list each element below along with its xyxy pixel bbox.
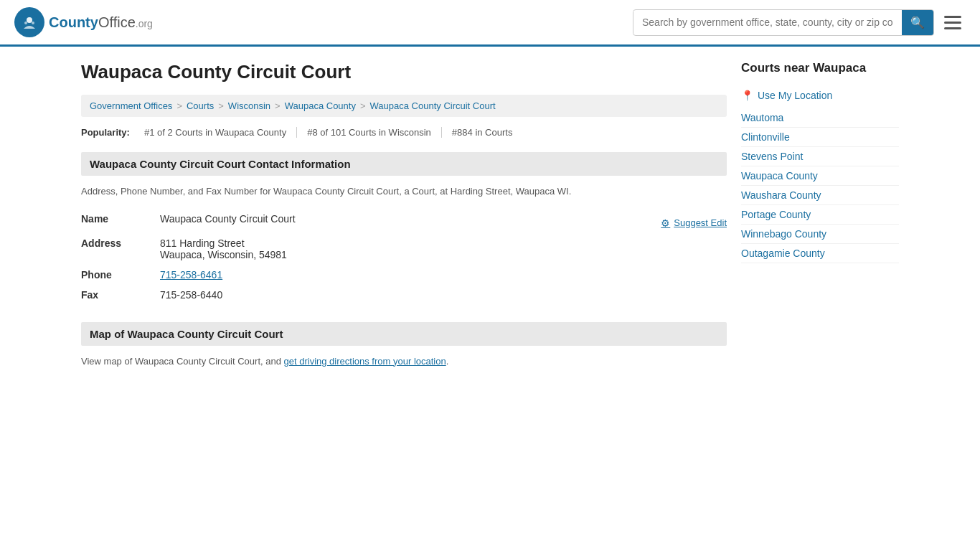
map-section-header: Map of Waupaca County Circuit Court bbox=[81, 322, 727, 346]
popularity-item-3: #884 in Courts bbox=[442, 127, 523, 138]
popularity-item-2: #8 of 101 Courts in Wisconsin bbox=[297, 127, 442, 138]
page-title: Waupaca County Circuit Court bbox=[81, 61, 727, 83]
breadcrumb-sep-2: > bbox=[218, 100, 224, 111]
suggest-edit-button[interactable]: ⚙ Suggest Edit bbox=[661, 217, 727, 229]
suggest-edit-icon: ⚙ bbox=[661, 217, 670, 229]
use-my-location-label: Use My Location bbox=[758, 90, 832, 101]
location-pin-icon: 📍 bbox=[741, 90, 753, 101]
breadcrumb-courts[interactable]: Courts bbox=[187, 100, 214, 111]
breadcrumb-sep-1: > bbox=[176, 100, 182, 111]
menu-bar-3 bbox=[944, 27, 961, 29]
svg-point-2 bbox=[24, 22, 27, 24]
menu-bar-1 bbox=[944, 16, 961, 18]
breadcrumb-waupaca-county[interactable]: Waupaca County bbox=[285, 100, 356, 111]
sidebar-link-outagamie-county[interactable]: Outagamie County bbox=[741, 244, 899, 263]
popularity-label: Popularity: bbox=[81, 127, 130, 138]
menu-button[interactable] bbox=[940, 11, 966, 34]
breadcrumb-current[interactable]: Waupaca County Circuit Court bbox=[370, 100, 496, 111]
phone-value-cell: 715-258-6461 bbox=[160, 265, 727, 285]
sidebar-link-winnebago-county[interactable]: Winnebago County bbox=[741, 225, 899, 244]
svg-point-1 bbox=[27, 17, 32, 23]
contact-section-header: Waupaca County Circuit Court Contact Inf… bbox=[81, 152, 727, 176]
table-row-fax: Fax 715-258-6440 bbox=[81, 285, 727, 305]
breadcrumb: Government Offices > Courts > Wisconsin … bbox=[81, 95, 727, 117]
breadcrumb-government-offices[interactable]: Government Offices bbox=[90, 100, 172, 111]
table-row-phone: Phone 715-258-6461 bbox=[81, 265, 727, 285]
sidebar-link-waupaca-county[interactable]: Waupaca County bbox=[741, 166, 899, 186]
popularity-row: Popularity: #1 of 2 Courts in Waupaca Co… bbox=[81, 127, 727, 138]
search-button[interactable]: 🔍 bbox=[902, 10, 933, 35]
address-line1: 811 Harding Street bbox=[160, 237, 727, 249]
sidebar-link-stevens-point[interactable]: Stevens Point bbox=[741, 147, 899, 166]
contact-description: Address, Phone Number, and Fax Number fo… bbox=[81, 184, 727, 199]
popularity-item-1: #1 of 2 Courts in Waupaca County bbox=[134, 127, 297, 138]
address-value: 811 Harding Street Waupaca, Wisconsin, 5… bbox=[160, 233, 727, 265]
sidebar-link-portage-county[interactable]: Portage County bbox=[741, 205, 899, 225]
contact-table: Name Waupaca County Circuit Court ⚙ Sugg… bbox=[81, 209, 727, 305]
name-value: Waupaca County Circuit Court bbox=[160, 213, 661, 225]
suggest-edit-label: Suggest Edit bbox=[674, 217, 727, 228]
use-my-location-link[interactable]: 📍 Use My Location bbox=[741, 90, 899, 101]
search-icon: 🔍 bbox=[910, 17, 925, 29]
map-section: Map of Waupaca County Circuit Court View… bbox=[81, 322, 727, 369]
breadcrumb-sep-3: > bbox=[275, 100, 281, 111]
search-box: 🔍 bbox=[633, 9, 934, 36]
sidebar-links-container: WautomaClintonvilleStevens PointWaupaca … bbox=[741, 108, 899, 263]
sidebar-link-wautoma[interactable]: Wautoma bbox=[741, 108, 899, 128]
search-input[interactable] bbox=[633, 11, 902, 34]
svg-point-3 bbox=[32, 22, 34, 24]
logo[interactable]: CountyOffice.org bbox=[14, 7, 153, 37]
address-line2: Waupaca, Wisconsin, 54981 bbox=[160, 249, 727, 260]
sidebar-title: Courts near Waupaca bbox=[741, 61, 899, 80]
table-row-address: Address 811 Harding Street Waupaca, Wisc… bbox=[81, 233, 727, 265]
phone-label: Phone bbox=[81, 265, 160, 285]
name-label: Name bbox=[81, 209, 160, 233]
map-desc-suffix: . bbox=[446, 356, 449, 367]
logo-icon bbox=[14, 7, 44, 37]
name-value-cell: Waupaca County Circuit Court ⚙ Suggest E… bbox=[160, 209, 727, 233]
sidebar-link-waushara-county[interactable]: Waushara County bbox=[741, 186, 899, 205]
contact-section: Waupaca County Circuit Court Contact Inf… bbox=[81, 152, 727, 305]
table-row-name: Name Waupaca County Circuit Court ⚙ Sugg… bbox=[81, 209, 727, 233]
map-description: View map of Waupaca County Circuit Court… bbox=[81, 354, 727, 369]
logo-wordmark: CountyOffice.org bbox=[49, 14, 153, 31]
sidebar-link-clintonville[interactable]: Clintonville bbox=[741, 128, 899, 147]
fax-label: Fax bbox=[81, 285, 160, 305]
menu-bar-2 bbox=[944, 22, 961, 24]
phone-link[interactable]: 715-258-6461 bbox=[160, 269, 222, 281]
map-desc-prefix: View map of Waupaca County Circuit Court… bbox=[81, 356, 284, 367]
directions-link[interactable]: get driving directions from your locatio… bbox=[284, 356, 446, 367]
breadcrumb-sep-4: > bbox=[360, 100, 366, 111]
fax-value: 715-258-6440 bbox=[160, 285, 727, 305]
address-label: Address bbox=[81, 233, 160, 265]
sidebar: Courts near Waupaca 📍 Use My Location Wa… bbox=[741, 61, 899, 385]
breadcrumb-wisconsin[interactable]: Wisconsin bbox=[228, 100, 270, 111]
